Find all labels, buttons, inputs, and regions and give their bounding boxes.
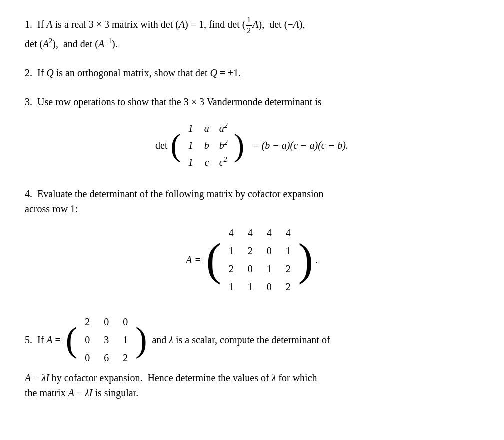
problem-4: 4. Evaluate the determinant of the follo… xyxy=(25,186,479,298)
period-4: . xyxy=(316,252,318,268)
problem-5-inline: 5. If A = ( 2 0 0 0 3 1 0 6 2 xyxy=(25,312,479,368)
matrix-row-5-2: 0 3 1 xyxy=(84,332,130,348)
matrix-row-3-1: 1 a a2 xyxy=(188,120,228,136)
right-paren-4: ) xyxy=(298,238,314,282)
problem-3-text: 3. Use row operations to show that the 3… xyxy=(25,94,479,110)
rhs-3: = (b − a)(c − a)(c − b). xyxy=(252,138,348,153)
problem-5-matrix-section: ( 2 0 0 0 3 1 0 6 2 ) xyxy=(66,312,148,368)
problem-4-text: 4. Evaluate the determinant of the follo… xyxy=(25,186,479,216)
left-paren-5: ( xyxy=(66,322,78,358)
right-paren-3: ) xyxy=(234,130,244,162)
left-paren-3: ( xyxy=(171,130,182,162)
problem-3-formula: det ( 1 a a2 1 b b2 1 c c2 ) = (b − a)(c… xyxy=(25,118,479,172)
matrix-3: 1 a a2 1 b b2 1 c c2 xyxy=(182,118,233,172)
matrix-row-5-1: 2 0 0 xyxy=(84,314,130,330)
problem-2: 2. If Q is an orthogonal matrix, show th… xyxy=(25,66,479,80)
matrix-4: 4 4 4 4 1 2 0 1 2 0 1 2 1 1 0 2 xyxy=(222,222,298,298)
problem-1-text: 1. If A is a real 3 × 3 matrix with det … xyxy=(25,19,306,50)
problem-4-formula: A = ( 4 4 4 4 1 2 0 1 2 0 1 2 1 xyxy=(25,222,479,298)
problem-2-text: 2. If Q is an orthogonal matrix, show th… xyxy=(25,68,241,78)
problem-3: 3. Use row operations to show that the 3… xyxy=(25,94,479,172)
problem-5-prefix: 5. If A = xyxy=(25,332,61,348)
problem-1: 1. If A is a real 3 × 3 matrix with det … xyxy=(25,15,479,52)
matrix-row-5-3: 0 6 2 xyxy=(84,350,130,366)
problem-5: 5. If A = ( 2 0 0 0 3 1 0 6 2 xyxy=(25,312,479,400)
matrix-5: 2 0 0 0 3 1 0 6 2 xyxy=(78,312,134,368)
matrix-row-4-4: 1 1 0 2 xyxy=(228,278,292,296)
right-paren-5: ) xyxy=(136,322,147,358)
matrix-row-4-1: 4 4 4 4 xyxy=(228,224,292,242)
left-paren-4: ( xyxy=(206,238,222,282)
matrix-row-3-3: 1 c c2 xyxy=(188,154,228,170)
det-label-3: det xyxy=(156,138,168,153)
matrix-row-4-3: 2 0 1 2 xyxy=(228,260,292,278)
matrix-4-label: A = xyxy=(186,252,201,268)
problem-5-and: and λ is a scalar, compute the determina… xyxy=(152,332,330,348)
matrix-row-3-2: 1 b b2 xyxy=(188,138,228,154)
problem-5-text-after: A − λI by cofactor expansion. Hence dete… xyxy=(25,370,479,400)
matrix-row-4-2: 1 2 0 1 xyxy=(228,242,292,260)
